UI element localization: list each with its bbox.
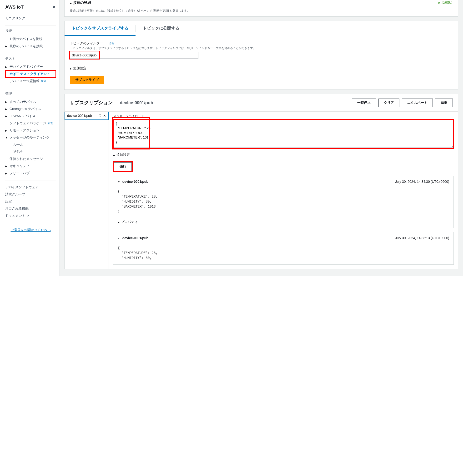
subscribe-button[interactable]: サブスクライブ [70, 76, 104, 84]
caret-icon[interactable] [70, 1, 73, 5]
publish-additional-settings[interactable]: 追加設定 [113, 153, 454, 157]
caret-icon [5, 136, 9, 139]
nav-connect-one[interactable]: 1 個のデバイスを接続 [5, 35, 56, 43]
clear-button[interactable]: クリア [378, 99, 399, 107]
nav-security[interactable]: セキュリティ [5, 163, 56, 170]
payload-highlight [113, 119, 454, 148]
nav-section-test: テスト [5, 57, 56, 61]
subscription-panel: サブスクリプション device-0001/pub 一時停止 クリア エクスポー… [64, 94, 458, 269]
nav-section-connect: 接続 [5, 29, 56, 33]
nav-mqtt-test-client[interactable]: MQTT テストクライアント [5, 70, 56, 78]
nav-monitoring[interactable]: モニタリング [5, 15, 56, 22]
nav-destinations[interactable]: 送信先 [5, 148, 56, 156]
caret-icon [5, 108, 9, 110]
message-body: { "TEMPERATURE": 28, "HUMIDITY": 80, "BA… [118, 189, 449, 214]
nav-retained-messages[interactable]: 保持されたメッセージ [5, 156, 56, 163]
connection-title: 接続の詳細 [73, 0, 91, 5]
message-card: device-0001/pub July 30, 2024, 14:34:30 … [113, 176, 454, 228]
caret-icon [118, 220, 121, 224]
feedback-link[interactable]: ご意見をお聞かせください [11, 228, 51, 232]
subscription-title: サブスクリプション [70, 100, 113, 105]
message-body: { "TEMPERATURE": 28, "HUMIDITY": 80, [118, 246, 449, 261]
message-properties[interactable]: プロパティ [118, 220, 449, 224]
close-icon[interactable]: ✕ [52, 4, 56, 10]
external-link-icon: ↗ [26, 214, 29, 218]
nav-device-software[interactable]: デバイスソフトウェア [5, 184, 56, 191]
info-link[interactable]: 情報 [109, 42, 114, 45]
nav-documentation[interactable]: ドキュメント↗ [5, 212, 56, 219]
publish-button[interactable]: 発行 [114, 162, 132, 171]
caret-icon [70, 66, 73, 70]
caret-icon[interactable] [118, 180, 122, 183]
heart-icon[interactable]: ♡ [98, 114, 102, 118]
connection-panel: 接続の詳細 ⊘ 接続済み 接続の詳細を更新するには、[接続を確立して続行する] … [64, 0, 458, 17]
subscription-chip-label: device-0001/pub [67, 114, 92, 118]
nav-device-advisor[interactable]: デバイスアドバイザー [5, 63, 56, 70]
new-badge: 新規 [48, 121, 53, 125]
message-topic: device-0001/pub [122, 236, 148, 240]
nav-rules[interactable]: ルール [5, 141, 56, 148]
nav-fleet-hub[interactable]: フリートハブ [5, 170, 56, 177]
export-button[interactable]: エクスポート [402, 99, 433, 107]
sidebar: AWS IoT ✕ モニタリング 接続 1 個のデバイスを接続 複数のデバイスを… [0, 0, 60, 276]
new-badge: 新規 [41, 79, 46, 83]
caret-icon [5, 129, 9, 132]
sidebar-title: AWS IoT [5, 5, 24, 10]
caret-icon [5, 165, 9, 168]
topic-filter-desc: トピックフィルタは、サブスクライブするトピックを記述します。トピックフィルタには… [70, 46, 453, 51]
topic-filter-label: トピックのフィルター | 情報 [70, 41, 453, 45]
publish-highlight: 発行 [113, 161, 133, 172]
close-icon[interactable]: ✕ [103, 114, 106, 118]
check-icon: ⊘ [438, 1, 440, 5]
message-topic: device-0001/pub [122, 180, 148, 183]
nav-lpwan[interactable]: LPWAN デバイス [5, 113, 56, 120]
main-content: 接続の詳細 ⊘ 接続済み 接続の詳細を更新するには、[接続を確立して続行する] … [60, 0, 463, 276]
nav-software-packages[interactable]: ソフトウェアパッケージ新規 [5, 120, 56, 127]
topic-filter-input[interactable] [70, 52, 198, 59]
caret-icon [5, 45, 9, 48]
payload-label: メッセージペイロード [113, 114, 454, 118]
nav-billing-groups[interactable]: 請求グループ [5, 191, 56, 198]
nav-featured[interactable]: 注目される機能 [5, 205, 56, 212]
caret-icon [5, 115, 9, 118]
nav-settings[interactable]: 設定 [5, 198, 56, 205]
nav-all-devices[interactable]: すべてのデバイス [5, 98, 56, 105]
payload-textarea[interactable] [113, 119, 454, 148]
tab-subscribe[interactable]: トピックをサブスクライブする [64, 21, 135, 36]
subscription-topic: device-0001/pub [120, 100, 153, 105]
tab-publish[interactable]: トピックに公開する [136, 21, 187, 36]
subscription-chip[interactable]: device-0001/pub ♡ ✕ [64, 112, 109, 120]
nav-section-manage: 管理 [5, 92, 56, 96]
subscribe-additional-settings[interactable]: 追加設定 [70, 66, 453, 70]
nav-message-routing[interactable]: メッセージのルーティング [5, 134, 56, 141]
caret-icon [5, 66, 9, 68]
caret-icon [113, 153, 116, 157]
tabs: トピックをサブスクライブする トピックに公開する [64, 21, 458, 36]
caret-icon [5, 101, 9, 103]
message-time: July 30, 2024, 14:34:30 (UTC+0900) [395, 180, 449, 183]
nav-device-location[interactable]: デバイスの位置情報新規 [5, 78, 56, 85]
nav-connect-many[interactable]: 複数のデバイスを接続 [5, 43, 56, 50]
connection-desc: 接続の詳細を更新するには、[接続を確立して続行する] ページで [切断と更新] … [70, 8, 458, 13]
message-card: device-0001/pub July 30, 2024, 14:33:13 … [113, 232, 454, 265]
subscribe-panel: トピックをサブスクライブする トピックに公開する トピックのフィルター | 情報… [64, 21, 458, 89]
nav-remote-actions[interactable]: リモートアクション [5, 127, 56, 134]
nav-greengrass[interactable]: Greengrass デバイス [5, 105, 56, 113]
connection-status: ⊘ 接続済み [438, 1, 453, 5]
caret-icon[interactable] [118, 236, 122, 240]
caret-icon [5, 172, 9, 175]
edit-button[interactable]: 編集 [435, 99, 453, 107]
pause-button[interactable]: 一時停止 [352, 99, 376, 107]
message-time: July 30, 2024, 14:33:13 (UTC+0900) [395, 236, 449, 240]
